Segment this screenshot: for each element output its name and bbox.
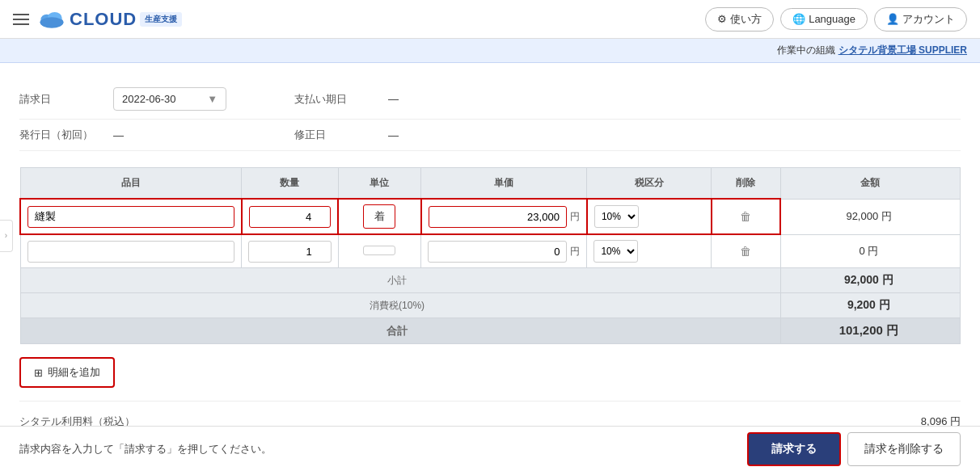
payment-date-value: — — [388, 93, 399, 105]
question-icon: ⚙ — [717, 13, 727, 25]
unit-value-1: 着 — [363, 204, 395, 229]
account-button[interactable]: 👤 アカウント — [874, 7, 967, 32]
total-value: 101,200 円 — [780, 318, 960, 344]
invoice-date-value: 2022-06-30 — [122, 93, 176, 105]
add-line-button[interactable]: ⊞ 明細を追加 — [19, 357, 115, 388]
org-name-link[interactable]: シタテル背景工場 SUPPLIER — [838, 44, 967, 56]
hamburger-menu[interactable] — [13, 14, 29, 25]
col-header-delete: 削除 — [712, 168, 780, 200]
delete-icon-2[interactable]: 🗑 — [740, 245, 751, 258]
col-header-unit: 単位 — [338, 168, 421, 200]
unit-value-2 — [363, 246, 395, 255]
form-section: 請求日 2022-06-30 ▼ 支払い期日 — 発行日（初回） — 修正日 — — [19, 79, 961, 151]
submit-button[interactable]: 請求する — [747, 432, 841, 466]
cloud-logo-icon — [37, 8, 66, 31]
invoice-date-field: 請求日 2022-06-30 ▼ — [19, 87, 246, 111]
total-label: 合計 — [20, 318, 780, 344]
delete-cell-1: 🗑 — [712, 199, 780, 234]
issue-date-value: — — [113, 129, 124, 141]
header-right: ⚙ 使い方 🌐 Language 👤 アカウント — [705, 7, 967, 32]
amount-cell-1: 92,000 円 — [780, 199, 960, 234]
bottom-hint: 請求内容を入力して「請求する」を押してください。 — [19, 442, 272, 456]
price-input-1[interactable] — [429, 206, 567, 228]
tax-select-2[interactable]: 10% 8% 0% — [593, 240, 638, 263]
invoice-date-label: 請求日 — [19, 92, 100, 107]
subtotal-value: 92,000 円 — [780, 268, 960, 293]
tax-wrap-2: 10% 8% 0% — [593, 240, 704, 263]
payment-date-label: 支払い期日 — [294, 92, 375, 107]
price-input-2[interactable] — [428, 241, 567, 263]
user-icon: 👤 — [886, 13, 899, 25]
tax-value: 9,200 円 — [780, 293, 960, 318]
qty-input-1[interactable] — [249, 206, 332, 228]
table-row: 円 10% 8% 0% 🗑 0 円 — [20, 234, 961, 268]
issue-date-field: 発行日（初回） — — [19, 128, 246, 142]
usage-button[interactable]: ⚙ 使い方 — [705, 7, 774, 32]
add-btn-label: 明細を追加 — [48, 365, 100, 380]
col-header-tax: 税区分 — [587, 168, 712, 200]
qty-cell-1 — [242, 199, 339, 234]
tax-select-1[interactable]: 10% 8% 0% — [594, 205, 639, 228]
subtotal-row: 小計 92,000 円 — [20, 268, 961, 293]
items-table: 品目 数量 単位 単価 税区分 削除 金額 着 — [19, 167, 961, 344]
price-cell-1: 円 — [421, 199, 587, 234]
chevron-down-icon: ▼ — [207, 93, 218, 105]
header-left: CLOUD 生産支援 — [13, 8, 182, 31]
qty-cell-2 — [242, 234, 339, 268]
correction-date-value: — — [388, 129, 399, 141]
amount-cell-2: 0 円 — [780, 234, 960, 268]
correction-date-field: 修正日 — — [294, 128, 521, 142]
form-row-2: 発行日（初回） — 修正日 — — [19, 120, 961, 151]
delete-cell-2: 🗑 — [712, 234, 780, 268]
price-input-wrap-1: 円 — [429, 206, 580, 228]
col-header-qty: 数量 — [242, 168, 339, 200]
language-label: Language — [809, 13, 855, 25]
col-header-amount: 金額 — [780, 168, 960, 200]
invoice-date-select[interactable]: 2022-06-30 ▼ — [113, 87, 226, 111]
add-btn-section: ⊞ 明細を追加 — [19, 344, 961, 401]
tax-row: 消費税(10%) 9,200 円 — [20, 293, 961, 318]
item-cell-1 — [20, 199, 242, 234]
yen-label-1: 円 — [570, 210, 580, 224]
item-input-1[interactable] — [27, 206, 234, 228]
price-input-wrap-2: 円 — [428, 241, 580, 263]
subtotal-label: 小計 — [20, 268, 780, 293]
org-banner: 作業中の組織 シタテル背景工場 SUPPLIER — [0, 39, 980, 63]
tax-wrap-1: 10% 8% 0% — [594, 205, 704, 228]
sidebar-toggle[interactable]: › — [0, 220, 13, 252]
col-header-price: 単価 — [421, 168, 587, 200]
delete-invoice-button[interactable]: 請求を削除する — [847, 432, 961, 466]
delete-icon-1[interactable]: 🗑 — [740, 210, 751, 223]
table-header-row: 品目 数量 単位 単価 税区分 削除 金額 — [20, 168, 961, 200]
correction-date-label: 修正日 — [294, 128, 375, 142]
payment-date-field: 支払い期日 — — [294, 87, 521, 111]
tax-label: 消費税(10%) — [20, 293, 780, 318]
globe-icon: 🌐 — [792, 13, 805, 25]
item-input-2[interactable] — [27, 241, 235, 263]
usage-label: 使い方 — [730, 12, 762, 27]
unit-cell-2 — [338, 234, 421, 268]
unit-cell-1: 着 — [338, 199, 421, 234]
language-button[interactable]: 🌐 Language — [780, 8, 868, 30]
form-row-1: 請求日 2022-06-30 ▼ 支払い期日 — — [19, 79, 961, 120]
table-row: 着 円 10% 8% 0% — [20, 199, 961, 234]
issue-date-label: 発行日（初回） — [19, 128, 100, 142]
org-label: 作業中の組織 — [777, 44, 835, 56]
total-row: 合計 101,200 円 — [20, 318, 961, 344]
svg-point-3 — [40, 17, 64, 27]
logo-text: CLOUD — [70, 9, 137, 30]
logo-area: CLOUD 生産支援 — [37, 8, 182, 31]
yen-label-2: 円 — [570, 245, 580, 259]
logo-badge: 生産支援 — [140, 12, 182, 27]
col-header-item: 品目 — [20, 168, 242, 200]
item-cell-2 — [20, 234, 242, 268]
main-content: 請求日 2022-06-30 ▼ 支払い期日 — 発行日（初回） — 修正日 — — [0, 63, 980, 471]
tax-cell-2: 10% 8% 0% — [587, 234, 712, 268]
header: CLOUD 生産支援 ⚙ 使い方 🌐 Language 👤 アカウント — [0, 0, 980, 39]
bottom-bar: 請求内容を入力して「請求する」を押してください。 請求する 請求を削除する — [0, 426, 980, 471]
price-cell-2: 円 — [421, 234, 587, 268]
qty-input-2[interactable] — [248, 241, 332, 263]
account-label: アカウント — [902, 12, 955, 27]
add-icon: ⊞ — [34, 367, 43, 379]
tax-cell-1: 10% 8% 0% — [587, 199, 712, 234]
